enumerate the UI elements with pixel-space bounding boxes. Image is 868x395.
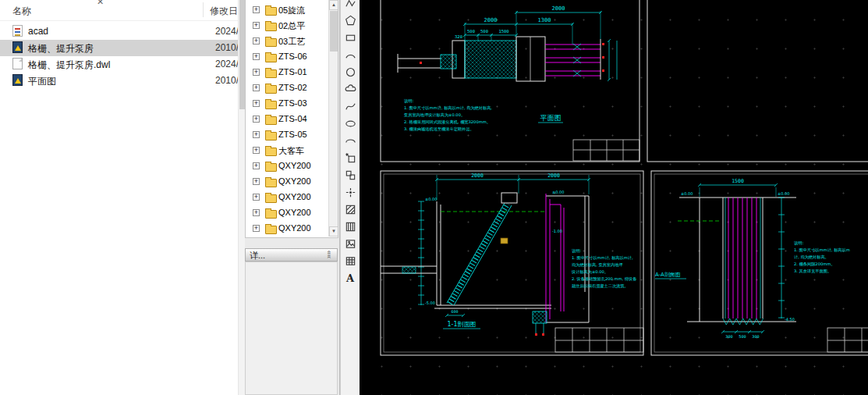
make-block-icon[interactable] <box>342 166 359 183</box>
expand-icon[interactable]: + <box>253 6 260 13</box>
polyline-icon[interactable] <box>342 0 359 12</box>
expand-icon[interactable]: + <box>253 53 260 60</box>
svg-text:2000: 2000 <box>484 17 498 23</box>
scroll-down-button[interactable]: ▼ <box>329 226 338 237</box>
hatch-icon[interactable] <box>342 201 359 218</box>
expand-icon[interactable]: + <box>253 147 260 154</box>
section2-notes: 说明: 1. 图中尺寸以mm计, 标高以m 计, 均为绝对标高。 2. 栅条间隙… <box>794 240 850 274</box>
ellipse-icon[interactable] <box>342 115 359 132</box>
svg-text:3. 栅渣由输送机送至栅渣斗定期外运。: 3. 栅渣由输送机送至栅渣斗定期外运。 <box>404 126 474 132</box>
polygon-icon[interactable] <box>342 12 359 29</box>
file-date: 2024/ <box>215 26 239 37</box>
file-date: 2010/ <box>215 42 239 53</box>
collapse-chevron-icon[interactable]: «« <box>325 251 333 258</box>
file-list: acad 2024/ 格栅、提升泵房 2010/ 格栅、提升泵房.dwl 202… <box>0 23 238 89</box>
mtext-icon[interactable]: A <box>342 269 359 286</box>
channel-lines <box>545 44 601 76</box>
section1-notes: 说明: 1. 图中尺寸以mm计, 标高以m计, 均为绝对标高, 泵房室内地坪 设… <box>571 248 636 289</box>
expand-icon[interactable]: + <box>253 37 260 44</box>
tree-item[interactable]: +03工艺 <box>246 34 328 49</box>
sheet-set-palette: +05旋流 +02总平 +03工艺 +ZTS-06 +ZTS-01 +ZTS-0… <box>245 0 340 395</box>
dwl-file-icon <box>12 58 23 69</box>
expand-icon[interactable]: + <box>253 100 260 107</box>
expand-icon[interactable]: + <box>253 22 260 29</box>
tree-item[interactable]: +大客车 <box>246 143 328 158</box>
file-row[interactable]: 平面图 2010/ <box>0 73 238 89</box>
revision-cloud-icon[interactable] <box>342 80 359 98</box>
gradient-icon[interactable] <box>342 218 359 235</box>
svg-text:500: 500 <box>467 29 475 34</box>
expand-icon[interactable]: + <box>253 84 260 91</box>
tree-item-label: ZTS-06 <box>278 52 327 61</box>
tree-item[interactable]: +QXY200 <box>246 174 328 190</box>
svg-text:±0.00: ±0.00 <box>681 191 693 196</box>
scroll-up-button[interactable]: ▲ <box>329 0 338 10</box>
file-row[interactable]: 格栅、提升泵房.dwl 2024/ <box>0 56 238 73</box>
tree-item[interactable]: +05旋流 <box>246 2 328 18</box>
folder-icon <box>265 148 277 156</box>
scrollbar-thumb[interactable] <box>239 0 245 109</box>
svg-text:-5.00: -5.00 <box>425 301 435 305</box>
file-name: acad <box>28 26 48 37</box>
folder-icon <box>265 116 277 125</box>
tree-item[interactable]: +QXY200 <box>246 205 328 221</box>
tree-scrollbar[interactable]: ▲ ▼ <box>328 0 338 237</box>
tree-item[interactable]: +ZTS-02 <box>246 80 328 96</box>
scrollbar-thumb[interactable] <box>330 11 338 52</box>
column-header-modified[interactable]: 修改日 <box>210 5 238 18</box>
svg-text:说明:: 说明: <box>794 240 803 246</box>
tree-item[interactable]: +QXY200 <box>246 158 328 174</box>
expand-icon[interactable]: + <box>253 69 260 76</box>
spline-icon[interactable] <box>342 98 359 115</box>
section2-dimensions: 1500 <box>698 178 778 197</box>
svg-text:500: 500 <box>739 334 746 339</box>
svg-text:就位后以细石混凝土二次浇筑。: 就位后以细石混凝土二次浇筑。 <box>572 283 629 289</box>
column-divider[interactable] <box>203 2 204 17</box>
expand-icon[interactable]: + <box>253 116 260 123</box>
title-block <box>827 328 868 352</box>
tree-item[interactable]: +QXY200 <box>246 190 328 205</box>
arc-icon[interactable] <box>342 46 359 63</box>
rectangle-icon[interactable] <box>342 29 359 46</box>
expand-icon[interactable]: + <box>253 131 260 138</box>
empty-sheet <box>647 0 868 162</box>
expand-icon[interactable]: + <box>253 162 260 169</box>
tree-item[interactable]: +ZTS-06 <box>246 49 328 65</box>
valve-symbols <box>573 44 581 77</box>
folder-icon <box>265 85 277 94</box>
region-icon[interactable] <box>342 235 359 252</box>
svg-text:1. 图中尺寸以mm计, 标高以m: 1. 图中尺寸以mm计, 标高以m <box>794 247 850 253</box>
expand-icon[interactable]: + <box>253 178 260 185</box>
tree-item[interactable]: +ZTS-03 <box>246 96 328 112</box>
tree-item[interactable]: +QXY200 <box>246 221 328 237</box>
column-header-name[interactable]: 名称 <box>12 5 31 18</box>
expand-icon[interactable]: + <box>253 225 260 232</box>
file-row-selected[interactable]: 格栅、提升泵房 2010/ <box>0 40 238 56</box>
svg-text:泵房室内地坪设计标高为±0.00。: 泵房室内地坪设计标高为±0.00。 <box>404 112 465 118</box>
folder-icon <box>265 194 277 203</box>
table-icon[interactable] <box>342 252 359 269</box>
svg-text:均为绝对标高, 泵房室内地坪: 均为绝对标高, 泵房室内地坪 <box>572 262 623 268</box>
insert-block-icon[interactable] <box>342 149 359 166</box>
details-panel-header[interactable]: 详... «« <box>245 248 338 262</box>
svg-text:设计标高为±0.00。: 设计标高为±0.00。 <box>571 269 608 275</box>
tree-item-label: ZTS-01 <box>278 67 327 77</box>
ellipse-arc-icon[interactable] <box>342 132 359 149</box>
cad-drawing-area[interactable]: 2000 2000 1300 500 500 1500 320 平面图 说明: <box>360 0 868 395</box>
folder-icon <box>265 23 277 31</box>
svg-text:1. 图中尺寸以mm计, 标高以m计, 均为绝对标高,: 1. 图中尺寸以mm计, 标高以m计, 均为绝对标高, <box>404 105 492 111</box>
tree-item-label: ZTS-05 <box>278 130 327 139</box>
expand-icon[interactable]: + <box>253 209 260 216</box>
tree-item[interactable]: +ZTS-01 <box>246 65 328 80</box>
selection-grip[interactable] <box>501 238 508 244</box>
expand-icon[interactable]: + <box>253 194 260 201</box>
circle-icon[interactable] <box>342 63 359 80</box>
file-row[interactable]: acad 2024/ <box>0 23 238 40</box>
tree-item[interactable]: +ZTS-05 <box>246 127 328 143</box>
svg-text:计, 均为绝对标高。: 计, 均为绝对标高。 <box>794 254 829 260</box>
tree-item[interactable]: +ZTS-04 <box>246 112 328 127</box>
point-icon[interactable] <box>342 183 359 201</box>
tree-item[interactable]: +02总平 <box>246 18 328 34</box>
svg-text:1. 图中尺寸以mm计, 标高以m计,: 1. 图中尺寸以mm计, 标高以m计, <box>572 255 633 261</box>
folder-icon <box>265 226 277 234</box>
